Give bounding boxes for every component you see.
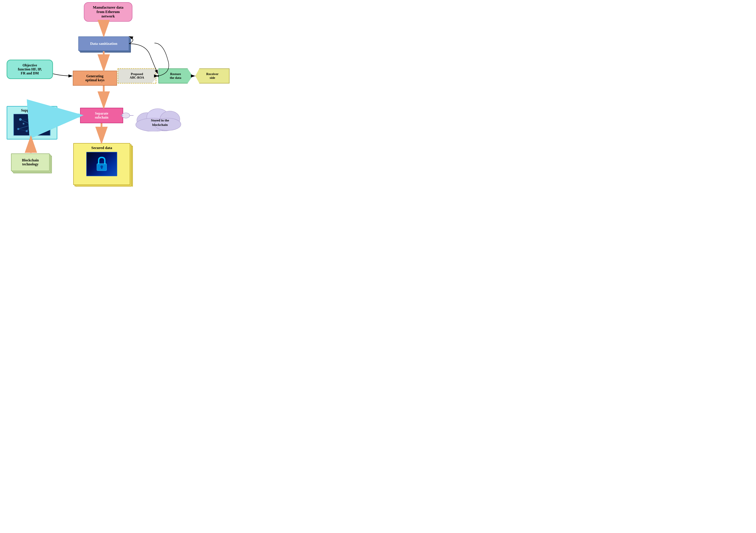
blockchain-tech-wrapper: Blockchaintechnology <box>11 154 53 175</box>
sanitization-wrapper: Data sanitization <box>78 37 131 52</box>
secured-data-label: Secured data <box>74 144 130 150</box>
subchain-label: Separatesubchain <box>95 111 108 120</box>
restore-label: Restorethe data <box>170 72 181 80</box>
abc-roa-label: ProposedABC-ROA <box>130 72 144 79</box>
manufacturer-box: Manufacturer datafrom Etherumnetwork <box>84 2 132 22</box>
lock-image <box>86 152 117 176</box>
blockchain-cloud-wrapper: Stored in the blockchain <box>133 100 186 132</box>
svg-text:Stored in the: Stored in the <box>151 119 169 122</box>
diagram: Manufacturer datafrom Etherumnetwork Dat… <box>0 0 265 186</box>
blockchain-tech-pages: Blockchaintechnology <box>11 154 53 175</box>
abc-roa-box: ProposedABC-ROA <box>118 69 156 83</box>
svg-point-8 <box>23 123 24 125</box>
svg-point-9 <box>40 122 41 124</box>
restore-box: Restorethe data <box>158 69 193 83</box>
receiver-label: Receiverside <box>206 72 219 80</box>
blockchain-tech-label: Blockchaintechnology <box>22 158 39 166</box>
receiver-box: Receiverside <box>195 69 230 83</box>
supply-image <box>13 114 51 136</box>
optimal-keys-box: Generatingoptimal keys <box>73 70 117 86</box>
supply-chains-box: Supply Chains <box>7 106 57 140</box>
secured-data-wrapper: Secured data <box>73 143 134 186</box>
objective-box: Objectivefunction HF, IP,FR and DM <box>7 60 53 79</box>
manufacturer-label: Manufacturer datafrom Etherumnetwork <box>93 5 123 18</box>
supply-chains-label: Supply Chains <box>9 108 55 112</box>
blockchain-cloud-svg: Stored in the blockchain <box>133 100 186 131</box>
svg-rect-33 <box>101 167 102 169</box>
lock-icon <box>95 155 108 173</box>
sanitization-box: Data sanitization <box>78 37 129 51</box>
optimal-keys-label: Generatingoptimal keys <box>85 74 105 82</box>
svg-text:blockchain: blockchain <box>152 123 168 126</box>
svg-marker-50 <box>157 75 158 77</box>
objective-label: Objectivefunction HF, IP,FR and DM <box>18 63 42 75</box>
subchain-box: Separatesubchain <box>80 108 123 123</box>
svg-line-44 <box>58 116 80 117</box>
sanitization-label: Data sanitization <box>90 42 117 46</box>
secured-data-pages: Secured data <box>73 143 134 186</box>
